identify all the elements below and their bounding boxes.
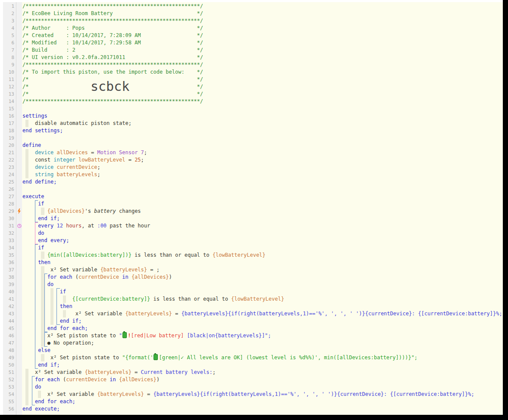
code-editor[interactable]: 1/**************************************…: [3, 2, 503, 415]
code-line[interactable]: 44 end if;: [3, 317, 503, 325]
code-line[interactable]: 16settings: [3, 112, 503, 120]
code-line[interactable]: 10/* To import this piston, use the impo…: [3, 68, 503, 76]
code-line[interactable]: 27execute: [3, 193, 503, 200]
code-line[interactable]: 24 string batteryLevels;: [3, 171, 503, 178]
code-line[interactable]: 40 if: [3, 288, 503, 296]
code-token: [22, 369, 25, 375]
line-number: 56: [3, 405, 16, 413]
code-token: [28, 398, 31, 404]
line-number: 27: [3, 193, 16, 200]
code-line[interactable]: 13/* */: [3, 90, 503, 98]
gutter-icon-cell: [16, 47, 22, 54]
code-line[interactable]: 26: [3, 186, 503, 193]
code-line[interactable]: 38 for each (currentDevice in {allDevice…: [3, 274, 503, 281]
code-line[interactable]: 9/**************************************…: [3, 61, 503, 68]
code-line[interactable]: 37 x² Set variable {batteryLevels} = ;: [3, 266, 503, 274]
code-text: /* To import this piston, use the import…: [22, 68, 503, 76]
code-line[interactable]: 6/* Modified : 10/14/2017, 7:29:58 AM */: [3, 39, 503, 47]
code-line[interactable]: 15: [3, 105, 503, 112]
code-text: ● No operation;: [22, 339, 503, 347]
code-token: [32, 376, 35, 383]
code-token: [35, 391, 38, 397]
code-line[interactable]: 35 {min([allDevices:battery])} is less t…: [3, 252, 503, 259]
code-line[interactable]: 8/* UI version : v0.2.0fa.20171011 */: [3, 54, 503, 61]
code-line[interactable]: 52 for each (currentDevice in {allDevice…: [3, 376, 503, 383]
gutter-icon-cell: [16, 281, 22, 288]
code-text: end if;: [22, 215, 503, 222]
code-token: then: [60, 303, 72, 309]
code-line[interactable]: 28 if: [3, 200, 503, 208]
code-line[interactable]: 49 x² Set piston state to "{format('[gre…: [3, 354, 503, 361]
code-token: [32, 383, 35, 391]
code-line[interactable]: 5/* Created : 10/14/2017, 7:28:09 AM */: [3, 32, 503, 39]
gutter-icon-cell: [16, 200, 22, 208]
code-line[interactable]: 18end settings;: [3, 127, 503, 134]
code-line[interactable]: 47 ● No operation;: [3, 339, 503, 347]
code-token: const: [35, 157, 53, 163]
code-line[interactable]: 34 if: [3, 244, 503, 252]
code-token: if: [38, 201, 44, 207]
code-line[interactable]: 25end define;: [3, 178, 503, 186]
code-line[interactable]: 23 device currentDevice;: [3, 164, 503, 171]
line-number: 17: [3, 120, 16, 127]
code-token: [41, 208, 44, 215]
code-token: , at: [82, 223, 97, 229]
gutter-icon-cell: [16, 237, 22, 244]
code-line[interactable]: 31 every 12 hours, at :00 past the hour: [3, 222, 503, 230]
gutter-icon-cell: [16, 142, 22, 149]
code-line[interactable]: 50 end if;: [3, 361, 503, 369]
code-line[interactable]: 29 {allDevices}'s battery changes: [3, 208, 503, 215]
code-token: [22, 340, 35, 346]
code-line[interactable]: 36 then: [3, 259, 503, 266]
code-token: in: [110, 376, 116, 383]
code-text: /***************************************…: [22, 61, 503, 68]
code-line[interactable]: 22 const integer lowBatteryLevel = 25;: [3, 156, 503, 164]
code-line[interactable]: 56end execute;: [3, 405, 503, 413]
code-line[interactable]: 32 do: [3, 230, 503, 237]
code-line[interactable]: 2/* EcoBee Living Room Battery */: [3, 10, 503, 17]
code-line[interactable]: 7/* Build : 2 */: [3, 47, 503, 54]
code-line[interactable]: 33 end every;: [3, 237, 503, 244]
code-token: [22, 245, 35, 251]
code-token: end settings;: [22, 128, 63, 134]
code-text: /* EcoBee Living Room Battery */: [22, 10, 503, 17]
code-line[interactable]: 39 do: [3, 281, 503, 288]
code-line[interactable]: 4/* Author : Pops */: [3, 25, 503, 32]
code-line[interactable]: 30 end if;: [3, 215, 503, 222]
code-line[interactable]: 53 do: [3, 383, 503, 391]
code-token: [56, 310, 60, 317]
code-text: define: [22, 142, 503, 149]
code-token: [22, 259, 35, 265]
code-text: execute: [22, 193, 503, 200]
code-line[interactable]: 21 device allDevices = Motion Sensor 7;: [3, 149, 503, 156]
code-line[interactable]: 46 x² Set piston state to "![red|Low bat…: [3, 332, 503, 339]
code-line[interactable]: 45 end for each;: [3, 325, 503, 332]
code-line[interactable]: 19: [3, 134, 503, 142]
code-line[interactable]: 20define: [3, 142, 503, 149]
code-line[interactable]: 41 {[currentDevice:battery]} is less tha…: [3, 296, 503, 303]
code-line[interactable]: 3/**************************************…: [3, 17, 503, 25]
code-line[interactable]: 42 then: [3, 303, 503, 310]
code-line[interactable]: 1/**************************************…: [3, 3, 503, 10]
gutter-icon-cell: [16, 354, 22, 361]
line-number: 54: [3, 391, 16, 398]
code-line[interactable]: 51 x² Set variable {batteryLevels} = Cur…: [3, 369, 503, 376]
code-token: if: [60, 289, 66, 295]
code-line[interactable]: 14/*************************************…: [3, 98, 503, 105]
gutter-icon-cell: [16, 164, 22, 171]
line-number: 33: [3, 237, 16, 244]
code-token: [53, 164, 56, 170]
code-token: [32, 391, 35, 398]
code-line[interactable]: 12/* */: [3, 83, 503, 90]
code-token: {[currentDevice:battery]}: [72, 296, 151, 302]
code-line[interactable]: 54 x² Set variable {batteryLevels} = {ba…: [3, 391, 503, 398]
code-line[interactable]: 43 x² Set variable {batteryLevels} = {ba…: [3, 310, 503, 317]
code-text: x² Set variable {batteryLevels} = ;: [22, 266, 503, 274]
code-line[interactable]: 55 end for each;: [3, 398, 503, 405]
code-line[interactable]: 17 disable automatic piston state;: [3, 120, 503, 127]
code-line[interactable]: 11/* */: [3, 76, 503, 83]
code-line[interactable]: 48 else: [3, 347, 503, 354]
code-token: [44, 303, 47, 310]
code-token: [22, 164, 25, 170]
code-text: device allDevices = Motion Sensor 7;: [22, 149, 503, 156]
